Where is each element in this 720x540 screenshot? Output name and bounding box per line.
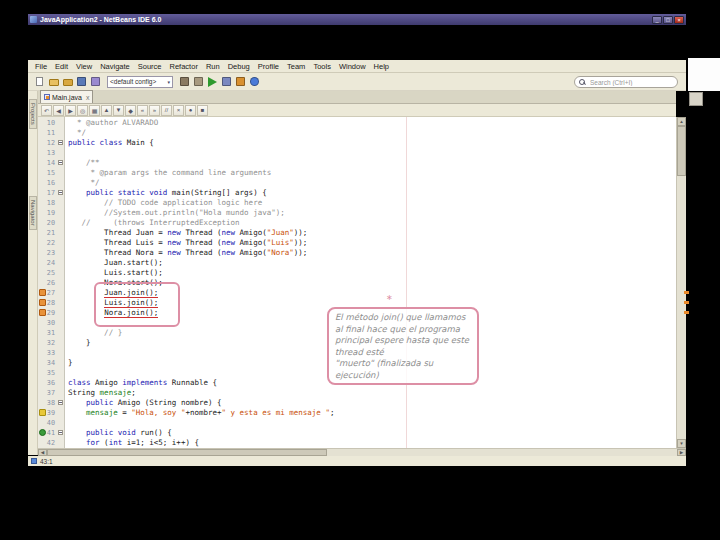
implements-marker-icon-line-41[interactable] [39, 429, 46, 436]
last-edit-location-icon[interactable]: ↶ [41, 105, 52, 116]
build-project-icon[interactable] [178, 75, 191, 88]
menu-source[interactable]: Source [134, 62, 166, 71]
line-number-15: 15 [38, 168, 55, 178]
save-all-icon[interactable] [75, 75, 88, 88]
find-selection-icon[interactable]: ◎ [77, 105, 88, 116]
annotation-callout: El método join() que llamamos al final h… [327, 307, 479, 385]
menu-profile[interactable]: Profile [254, 62, 283, 71]
caret-position: 43:1 [40, 458, 53, 465]
scroll-down-icon[interactable]: ▼ [677, 439, 686, 448]
code-line-11: */ [68, 128, 86, 138]
sidebar-tab-projects[interactable]: Projects [29, 99, 37, 129]
scroll-up-icon[interactable]: ▲ [677, 117, 686, 126]
previous-occurrence-icon[interactable]: ▲ [101, 105, 112, 116]
vertical-scrollbar[interactable]: ▲ ▼ [676, 117, 686, 448]
code-line-38: public Amigo (String nombre) { [68, 398, 222, 408]
menu-navigate[interactable]: Navigate [96, 62, 134, 71]
menu-refactor[interactable]: Refactor [166, 62, 202, 71]
line-number-18: 18 [38, 198, 55, 208]
slide-background: JavaApplication2 - NetBeans IDE 6.0 _ □ … [0, 0, 720, 540]
window-controls: _ □ × [652, 16, 684, 24]
back-icon[interactable]: ◀ [53, 105, 64, 116]
forward-icon[interactable]: ▶ [65, 105, 76, 116]
menu-file[interactable]: File [31, 62, 51, 71]
line-number-11: 11 [38, 128, 55, 138]
error-marker-icon-line-28[interactable] [39, 299, 46, 306]
error-stripe-mark-line-28[interactable] [684, 301, 689, 304]
code-line-24: Juan.start(); [68, 258, 163, 268]
comment-icon[interactable]: // [161, 105, 172, 116]
tab-main-java[interactable]: Main.java x [40, 90, 93, 103]
line-number-32: 32 [38, 338, 55, 348]
fold-toggle-line-12[interactable] [58, 140, 63, 145]
code-line-15: * @param args the command line arguments [68, 168, 271, 178]
minimize-button[interactable]: _ [652, 16, 662, 24]
line-number-21: 21 [38, 228, 55, 238]
status-bar: 43:1 [28, 456, 686, 466]
debug-project-icon[interactable] [220, 75, 233, 88]
vertical-scroll-thumb[interactable] [677, 126, 686, 176]
fold-toggle-line-38[interactable] [58, 400, 63, 405]
error-stripe-mark-line-27[interactable] [684, 291, 689, 294]
tab-close-icon[interactable]: x [86, 94, 90, 101]
sidebar-tab-navigator[interactable]: Navigator [29, 196, 37, 230]
fold-toggle-line-41[interactable] [58, 430, 63, 435]
shift-line-left-icon[interactable]: « [137, 105, 148, 116]
menu-tools[interactable]: Tools [309, 62, 335, 71]
stop-macro-icon[interactable]: ■ [197, 105, 208, 116]
menu-help[interactable]: Help [370, 62, 393, 71]
search-input[interactable] [588, 78, 672, 87]
line-number-19: 19 [38, 208, 55, 218]
line-number-23: 23 [38, 248, 55, 258]
next-occurrence-icon[interactable]: ▼ [113, 105, 124, 116]
status-icon [31, 458, 37, 464]
minimized-panels-strip: Projects Navigator [28, 91, 38, 455]
quick-search[interactable] [574, 76, 678, 88]
highlight-occurrences-icon[interactable]: ▦ [89, 105, 100, 116]
menu-team[interactable]: Team [283, 62, 309, 71]
line-number-38: 38 [38, 398, 55, 408]
fold-toggle-line-14[interactable] [58, 160, 63, 165]
config-dropdown[interactable]: <default config> ▾ [107, 76, 173, 88]
open-project-icon[interactable] [61, 75, 74, 88]
start-macro-icon[interactable]: ● [185, 105, 196, 116]
new-project-icon[interactable] [47, 75, 60, 88]
tab-label: Main.java [52, 94, 82, 101]
code-editor[interactable]: 1011121314151617181920212223242526272829… [38, 117, 676, 448]
toolbar-run-group [178, 75, 261, 88]
uncomment-icon[interactable]: × [173, 105, 184, 116]
menu-edit[interactable]: Edit [51, 62, 72, 71]
undo-icon[interactable] [89, 75, 102, 88]
code-line-20: // (throws InterruptedException [68, 218, 240, 228]
line-number-31: 31 [38, 328, 55, 338]
menu-window[interactable]: Window [335, 62, 370, 71]
clean-build-project-icon[interactable] [192, 75, 205, 88]
menu-debug[interactable]: Debug [224, 62, 254, 71]
line-number-25: 25 [38, 268, 55, 278]
maximize-button[interactable]: □ [663, 16, 673, 24]
fold-toggle-line-17[interactable] [58, 190, 63, 195]
code-line-16: */ [68, 178, 100, 188]
menu-bar: FileEditViewNavigateSourceRefactorRunDeb… [28, 60, 686, 73]
code-line-42: for (int i=1; i<5; i++) { [68, 438, 199, 448]
error-marker-icon-line-29[interactable] [39, 309, 46, 316]
scroll-right-icon[interactable]: ▶ [677, 449, 686, 456]
java-file-icon [44, 94, 50, 100]
shift-line-right-icon[interactable]: » [149, 105, 160, 116]
scroll-left-icon[interactable]: ◀ [38, 449, 47, 456]
toggle-bookmark-icon[interactable]: ◆ [125, 105, 136, 116]
run-project-icon[interactable] [206, 75, 219, 88]
menu-view[interactable]: View [72, 62, 96, 71]
line-number-26: 26 [38, 278, 55, 288]
profile-project-icon[interactable] [234, 75, 247, 88]
error-marker-icon-line-27[interactable] [39, 289, 46, 296]
menu-run[interactable]: Run [202, 62, 224, 71]
close-button[interactable]: × [674, 16, 684, 24]
error-stripe-mark-line-29[interactable] [684, 311, 689, 314]
new-file-icon[interactable] [33, 75, 46, 88]
code-line-22: Thread Luis = new Thread (new Amigo("Lui… [68, 238, 307, 248]
horizontal-scroll-thumb[interactable] [47, 449, 327, 456]
warning-marker-icon-line-39[interactable] [39, 409, 46, 416]
horizontal-scrollbar[interactable]: ◀ ▶ [38, 448, 686, 456]
help-icon[interactable] [248, 75, 261, 88]
